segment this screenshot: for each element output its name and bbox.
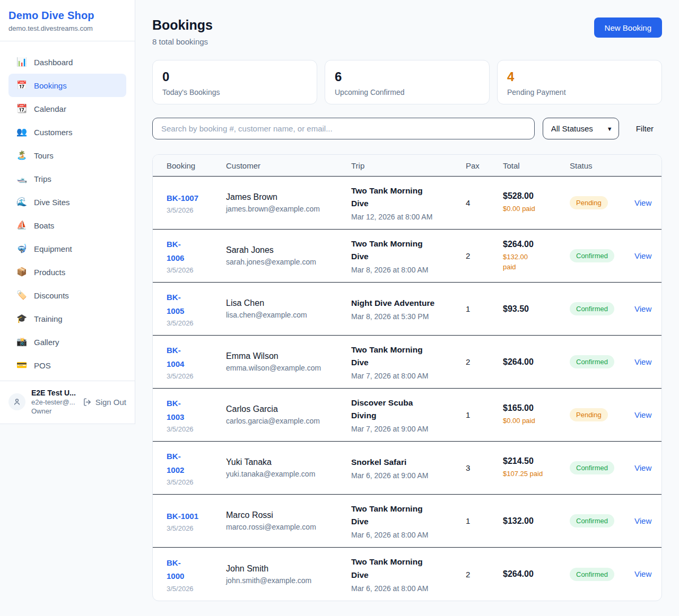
sidebar-item-calendar[interactable]: 📆 Calendar	[8, 97, 126, 120]
sidebar-item-label: POS	[34, 361, 51, 370]
view-link[interactable]: View	[634, 410, 651, 419]
stat-label: Today's Bookings	[162, 88, 307, 96]
status-badge: Pending	[570, 408, 608, 421]
booking-id-link[interactable]: BK-1001	[167, 509, 226, 523]
page-header: Bookings 8 total bookings New Booking	[152, 17, 662, 46]
trip-name: Two Tank Morning Dive	[351, 344, 466, 369]
speedboat-icon: 🛥️	[16, 174, 27, 183]
trip-name: Snorkel Safari	[351, 456, 466, 469]
customer-name: Emma Wilson	[226, 351, 351, 361]
page-title: Bookings	[152, 17, 213, 33]
search-input[interactable]	[152, 118, 535, 139]
sidebar: Demo Dive Shop demo.test.divestreams.com…	[0, 0, 135, 424]
pax-count: 1	[466, 516, 503, 525]
diving-mask-icon: 🤿	[16, 244, 27, 253]
trip-name: Two Tank Morning Dive	[351, 556, 466, 581]
view-link[interactable]: View	[634, 251, 651, 260]
credit-card-icon: 💳	[16, 361, 27, 369]
booking-id-link[interactable]: BK- 1003	[167, 397, 226, 424]
total-amount: $264.00	[503, 357, 570, 367]
view-link[interactable]: View	[634, 516, 651, 525]
column-header-customer: Customer	[226, 161, 351, 170]
booking-date: 3/5/2026	[167, 266, 226, 274]
user-role: Owner	[31, 407, 76, 415]
customer-email: emma.wilson@example.com	[226, 364, 351, 372]
island-icon: 🏝️	[16, 151, 27, 160]
total-amount: $214.50	[503, 456, 570, 466]
total-amount: $264.00	[503, 240, 570, 249]
view-link[interactable]: View	[634, 198, 651, 207]
table-row: BK- 1004 3/5/2026 Emma Wilson emma.wilso…	[153, 336, 661, 389]
table-row: BK- 1000 3/5/2026 John Smith john.smith@…	[153, 548, 661, 601]
trip-datetime: Mar 7, 2026 at 9:00 AM	[351, 425, 466, 433]
view-link[interactable]: View	[634, 357, 651, 366]
sidebar-item-training[interactable]: 🎓 Training	[8, 307, 126, 330]
customer-email: yuki.tanaka@example.com	[226, 470, 351, 478]
booking-date: 3/5/2026	[167, 425, 226, 433]
booking-date: 3/5/2026	[167, 372, 226, 380]
stat-value: 6	[335, 69, 480, 84]
tag-icon: 🏷️	[16, 291, 27, 300]
bookings-table: BookingCustomerTripPaxTotalStatus BK-100…	[152, 154, 662, 601]
booking-date: 3/5/2026	[167, 319, 226, 327]
trip-datetime: Mar 7, 2026 at 8:00 AM	[351, 372, 466, 380]
booking-id-link[interactable]: BK- 1002	[167, 450, 226, 477]
shop-name: Demo Dive Shop	[8, 10, 126, 22]
filter-button[interactable]: Filter	[636, 124, 654, 133]
trip-datetime: Mar 6, 2026 at 8:00 AM	[351, 584, 466, 593]
sign-out-label: Sign Out	[95, 398, 126, 407]
sidebar-item-products[interactable]: 📦 Products	[8, 260, 126, 284]
filter-row: All Statuses ▼ Filter	[152, 118, 662, 139]
booking-id-link[interactable]: BK- 1005	[167, 291, 226, 318]
sidebar-item-pos[interactable]: 💳 POS	[8, 354, 126, 377]
sidebar-item-label: Dive Sites	[34, 198, 70, 207]
customer-email: john.smith@example.com	[226, 576, 351, 585]
stat-card-upcoming-confirmed: 6Upcoming Confirmed	[325, 60, 490, 104]
customer-name: Marco Rossi	[226, 511, 351, 520]
booking-id-link[interactable]: BK- 1004	[167, 344, 226, 371]
sidebar-item-label: Equipment	[34, 244, 72, 253]
new-booking-button[interactable]: New Booking	[594, 17, 662, 38]
status-badge: Confirmed	[570, 568, 614, 581]
total-amount: $528.00	[503, 191, 570, 201]
sidebar-footer: E2E Test U... e2e-tester@... Owner Sign …	[0, 381, 135, 424]
sidebar-item-trips[interactable]: 🛥️ Trips	[8, 167, 126, 190]
table-row: BK-1001 3/5/2026 Marco Rossi marco.rossi…	[153, 495, 661, 548]
customer-email: sarah.jones@example.com	[226, 258, 351, 266]
table-row: BK- 1003 3/5/2026 Carlos Garcia carlos.g…	[153, 389, 661, 442]
sidebar-item-dive-sites[interactable]: 🌊 Dive Sites	[8, 190, 126, 214]
sidebar-item-tours[interactable]: 🏝️ Tours	[8, 144, 126, 167]
sidebar-item-dashboard[interactable]: 📊 Dashboard	[8, 50, 126, 74]
sidebar-item-customers[interactable]: 👥 Customers	[8, 120, 126, 144]
paid-amount: $0.00 paid	[503, 416, 570, 426]
booking-id-link[interactable]: BK- 1000	[167, 556, 226, 583]
tearoff-calendar-icon: 📆	[16, 104, 27, 113]
sign-out-button[interactable]: Sign Out	[83, 398, 126, 407]
customer-email: carlos.garcia@example.com	[226, 417, 351, 425]
paid-amount: $132.00 paid	[503, 252, 570, 272]
status-badge: Confirmed	[570, 461, 614, 474]
view-link[interactable]: View	[634, 463, 651, 472]
stat-label: Pending Payment	[507, 88, 652, 96]
paid-amount: $0.00 paid	[503, 204, 570, 214]
total-amount: $264.00	[503, 569, 570, 579]
wave-icon: 🌊	[16, 198, 27, 206]
sidebar-item-label: Training	[34, 314, 63, 323]
sidebar-item-gallery[interactable]: 📸 Gallery	[8, 330, 126, 354]
sidebar-item-boats[interactable]: ⛵ Boats	[8, 214, 126, 237]
view-link[interactable]: View	[634, 569, 651, 578]
customer-email: marco.rossi@example.com	[226, 523, 351, 531]
sidebar-item-equipment[interactable]: 🤿 Equipment	[8, 237, 126, 260]
sidebar-item-discounts[interactable]: 🏷️ Discounts	[8, 284, 126, 307]
sidebar-item-label: Tours	[34, 151, 54, 160]
status-filter-select[interactable]: All Statuses	[543, 118, 619, 139]
column-header-total: Total	[503, 161, 570, 170]
booking-date: 3/5/2026	[167, 585, 226, 593]
booking-id-link[interactable]: BK- 1006	[167, 237, 226, 265]
bar-chart-icon: 📊	[16, 58, 27, 66]
sidebar-item-label: Products	[34, 268, 65, 277]
sidebar-item-bookings[interactable]: 📅 Bookings	[8, 74, 126, 97]
booking-id-link[interactable]: BK-1007	[167, 191, 226, 205]
view-link[interactable]: View	[634, 304, 651, 313]
stat-label: Upcoming Confirmed	[335, 88, 480, 96]
